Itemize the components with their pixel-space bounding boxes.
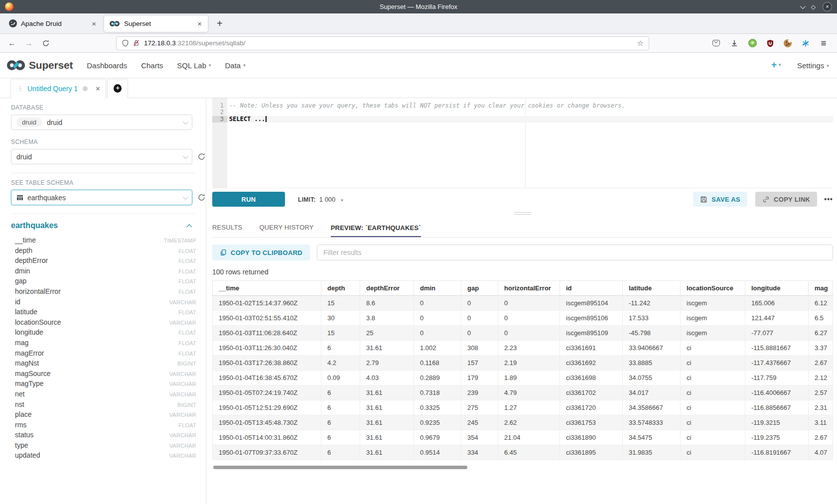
query-tab-untitled-query-1[interactable]: ⋮ Untitled Query 1 × bbox=[10, 79, 106, 98]
tab-query-history[interactable]: QUERY HISTORY bbox=[259, 224, 313, 237]
download-icon[interactable] bbox=[730, 39, 739, 48]
forward-icon[interactable]: → bbox=[25, 39, 33, 47]
tab-close-icon[interactable]: × bbox=[91, 19, 97, 28]
lock-insecure-icon[interactable] bbox=[133, 39, 140, 47]
results-table-wrap: __timedepthdepthErrordmingaphorizontalEr… bbox=[212, 280, 833, 460]
query-tabs-bar: ⋮ Untitled Query 1 × + bbox=[0, 78, 837, 98]
horizontal-scrollbar[interactable] bbox=[213, 466, 467, 469]
pocket-icon[interactable] bbox=[711, 39, 720, 48]
nav-item-data[interactable]: Data▾ bbox=[225, 61, 246, 70]
column-header-locationSource[interactable]: locationSource bbox=[681, 281, 745, 296]
column-header-depthError[interactable]: depthError bbox=[360, 281, 414, 296]
shield-icon[interactable] bbox=[122, 39, 129, 47]
menu-hamburger-icon[interactable]: ≡ bbox=[819, 39, 828, 48]
nav-item-charts[interactable]: Charts bbox=[141, 61, 163, 70]
filter-results-input[interactable] bbox=[317, 245, 833, 260]
table-cell: 354 bbox=[461, 430, 498, 445]
column-type: VARCHAR bbox=[169, 453, 196, 459]
table-cell: 6 bbox=[321, 415, 360, 430]
table-cell: 6 bbox=[321, 341, 360, 356]
reload-icon[interactable] bbox=[42, 39, 50, 47]
nav-item-dashboards[interactable]: Dashboards bbox=[87, 61, 127, 70]
table-cell: ci bbox=[681, 430, 745, 445]
browser-tab-superset[interactable]: Superset × bbox=[104, 15, 208, 32]
table-cell: 0 bbox=[461, 296, 498, 311]
extension-asterisk-icon[interactable] bbox=[801, 39, 810, 48]
firefox-titlebar: Superset — Mozilla Firefox ◇ × bbox=[0, 0, 837, 13]
column-type: FLOAT bbox=[178, 268, 196, 274]
table-cell: 0.2889 bbox=[414, 371, 461, 385]
add-query-tab-button[interactable]: + bbox=[107, 79, 128, 98]
table-cell: 31.61 bbox=[360, 445, 414, 460]
cookie-editor-icon[interactable] bbox=[783, 39, 792, 48]
more-options-button[interactable]: ••• bbox=[824, 195, 833, 203]
column-header-longitude[interactable]: longitude bbox=[745, 281, 809, 296]
schema-column-horizontalError: horizontalErrorFLOAT bbox=[11, 287, 196, 298]
table-row: 1950-01-05T12:51:29.690Z631.610.33252751… bbox=[213, 400, 833, 415]
browser-navbar: ← → 172.18.0.3:32108/superset/sqllab/ ☆ … bbox=[0, 34, 837, 53]
back-icon[interactable]: ← bbox=[8, 39, 16, 47]
column-name: locationSource bbox=[15, 318, 61, 326]
table-cell: 0 bbox=[414, 326, 461, 341]
table-cell: 25 bbox=[360, 326, 414, 341]
schema-select[interactable]: druid bbox=[11, 149, 192, 164]
url-text[interactable]: 172.18.0.3:32108/superset/sqllab/ bbox=[144, 39, 245, 47]
settings-menu[interactable]: Settings▾ bbox=[797, 61, 829, 70]
tab-close-icon[interactable]: × bbox=[196, 19, 203, 28]
url-bar[interactable]: 172.18.0.3:32108/superset/sqllab/ ☆ bbox=[116, 36, 649, 50]
window-shade-icon[interactable] bbox=[800, 3, 806, 8]
add-new-button[interactable]: +▾ bbox=[771, 60, 781, 69]
column-header-horizontalError[interactable]: horizontalError bbox=[498, 281, 560, 296]
text-cursor bbox=[266, 116, 267, 122]
refresh-table-icon[interactable] bbox=[197, 193, 206, 202]
bookmark-star-icon[interactable]: ☆ bbox=[637, 39, 644, 48]
column-type: VARCHAR bbox=[169, 391, 196, 397]
schema-column-locationSource: locationSourceVARCHAR bbox=[11, 318, 196, 329]
window-title: Superset — Mozilla Firefox bbox=[0, 3, 837, 10]
window-close-button[interactable]: × bbox=[823, 2, 832, 11]
table-cell: 0.09 bbox=[321, 371, 360, 385]
column-type: FLOAT bbox=[178, 422, 196, 428]
column-list: __timeTIMESTAMPdepthFLOATdepthErrorFLOAT… bbox=[11, 236, 196, 462]
copy-to-clipboard-button[interactable]: COPY TO CLIPBOARD bbox=[212, 245, 310, 260]
browser-tab-apache-druid[interactable]: Apache Druid × bbox=[4, 15, 102, 32]
drag-dots-icon[interactable]: ⋮ bbox=[17, 85, 23, 92]
copy-link-button[interactable]: COPY LINK bbox=[755, 192, 817, 207]
table-cell: ci bbox=[681, 385, 745, 400]
link-icon bbox=[762, 196, 770, 203]
table-cell: iscgem bbox=[681, 311, 745, 326]
save-as-button[interactable]: SAVE AS bbox=[693, 192, 747, 207]
superset-logo[interactable] bbox=[6, 60, 26, 71]
table-cell: -45.798 bbox=[623, 326, 681, 341]
table-cell: 275 bbox=[461, 400, 498, 415]
column-header-gap[interactable]: gap bbox=[461, 281, 498, 296]
column-header-depth[interactable]: depth bbox=[321, 281, 360, 296]
table-select[interactable]: earthquakes bbox=[11, 190, 192, 205]
tab-results[interactable]: RESULTS bbox=[212, 224, 242, 237]
table-cell: 2.12 bbox=[809, 371, 833, 385]
window-maximize-icon[interactable]: ◇ bbox=[811, 4, 816, 10]
collapse-chevron-icon[interactable] bbox=[186, 224, 192, 230]
table-cell: 31.61 bbox=[360, 400, 414, 415]
column-header-id[interactable]: id bbox=[560, 281, 623, 296]
column-header-__time[interactable]: __time bbox=[213, 281, 321, 296]
database-select[interactable]: druid druid bbox=[11, 115, 192, 130]
ublock-origin-icon[interactable] bbox=[766, 39, 775, 48]
column-type: VARCHAR bbox=[169, 381, 196, 387]
run-button[interactable]: RUN bbox=[212, 192, 285, 207]
query-tab-close-icon[interactable]: × bbox=[96, 85, 100, 93]
sql-code-editor[interactable]: 1-- Note: Unless you save your query, th… bbox=[212, 98, 833, 188]
table-schema-title[interactable]: earthquakes bbox=[11, 221, 58, 230]
table-cell: 4.07 bbox=[809, 445, 833, 460]
column-header-dmin[interactable]: dmin bbox=[414, 281, 461, 296]
privacy-badger-icon[interactable] bbox=[748, 39, 757, 48]
brand-name[interactable]: Superset bbox=[29, 59, 73, 71]
nav-item-sql-lab[interactable]: SQL Lab▾ bbox=[177, 61, 211, 70]
column-header-mag[interactable]: mag bbox=[809, 281, 833, 296]
tab-preview-earthquakes[interactable]: PREVIEW: `EARTHQUAKES` bbox=[331, 224, 421, 238]
resize-handle[interactable] bbox=[514, 212, 531, 215]
limit-dropdown[interactable]: LIMIT: 1 000 ▾ bbox=[298, 196, 343, 203]
refresh-schema-icon[interactable] bbox=[197, 152, 206, 161]
new-tab-button[interactable]: + bbox=[213, 18, 227, 28]
column-header-latitude[interactable]: latitude bbox=[623, 281, 681, 296]
